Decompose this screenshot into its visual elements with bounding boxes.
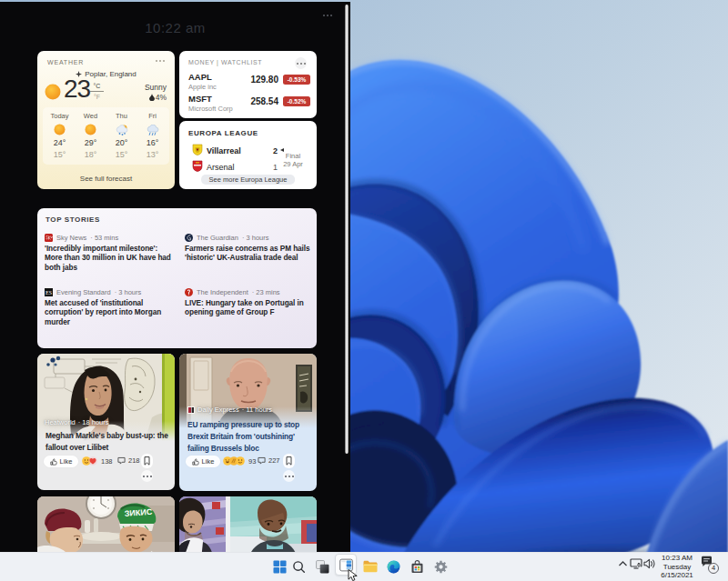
winner-marker-icon: [280, 148, 284, 152]
store-button[interactable]: [406, 556, 428, 577]
sleet-cloud-glyph: [116, 125, 128, 135]
reaction-emojis[interactable]: 138: [82, 456, 113, 466]
raindrop-icon: [149, 94, 155, 101]
weather-more-icon[interactable]: [156, 60, 165, 62]
story-headline[interactable]: LIVE: Hungary take on Portugal in openin…: [185, 299, 317, 318]
widgets-panel-clock: 10:22 am: [0, 20, 350, 35]
desktop-screen: 10:22 am WEATHER Poplar, England 23 °C °…: [0, 0, 728, 581]
story-headline[interactable]: 'Incredibly important milestone': More t…: [45, 245, 177, 273]
widgets-panel-more-icon[interactable]: [323, 15, 332, 16]
stock-change-badge: -0.53%: [283, 75, 310, 85]
forecast-low: 13°: [136, 150, 168, 159]
comment-count: 218: [128, 456, 140, 465]
story-headline[interactable]: Met accused of 'institutional corruption…: [45, 299, 177, 327]
story-source-row: Sky News · 53 mins: [45, 234, 177, 242]
weather-title: WEATHER: [47, 59, 84, 65]
search-button[interactable]: [288, 556, 309, 577]
file-explorer-button[interactable]: [359, 556, 381, 577]
weather-unit-toggle[interactable]: °C °F: [90, 83, 104, 100]
stock-symbol[interactable]: MSFT: [188, 94, 212, 104]
bookmark-icon: [286, 456, 292, 466]
network-icon: [630, 558, 642, 569]
story-time: · 3 hours: [115, 288, 142, 296]
news-photo-two-kids: ЗИКИС: [37, 496, 175, 552]
money-title: MONEY | WATCHLIST: [188, 59, 262, 65]
file-explorer-folder-icon: [363, 560, 378, 573]
tray-chevron-up-icon[interactable]: [615, 556, 630, 571]
forecast-day-fri[interactable]: Fri 16° 13°: [136, 107, 168, 159]
match-date: 29 Apr: [277, 161, 309, 169]
europa-league-widget[interactable]: EUROPA LEAGUE Villarreal 2 Final 29 Apr …: [179, 121, 317, 189]
story-source: Evening Standard: [56, 288, 111, 296]
stock-company: Apple inc: [188, 83, 217, 91]
story-headline[interactable]: Farmers raise concerns as PM hails 'hist…: [185, 245, 317, 264]
celsius-toggle[interactable]: °C: [90, 83, 104, 92]
story-item[interactable]: ES Evening Standard · 3 hours Met accuse…: [45, 288, 177, 327]
news-card-daily-express[interactable]: Daily Express · 11 hours EU ramping pres…: [179, 354, 317, 491]
reaction-emojis[interactable]: 93: [223, 456, 256, 466]
thumbs-up-icon: [50, 458, 57, 466]
stock-company: Microsoft Corp: [188, 105, 233, 113]
bookmark-button[interactable]: [283, 454, 295, 468]
comment-icon: [117, 456, 126, 465]
news-source[interactable]: Heatworld: [45, 418, 76, 426]
weather-widget[interactable]: WEATHER Poplar, England 23 °C °F Sunny 4…: [37, 51, 175, 189]
forecast-day-label: Today: [44, 112, 76, 120]
notification-center-button[interactable]: 4: [701, 555, 721, 575]
tray-clock[interactable]: 10:23 AM Tuesday 6/15/2021: [654, 554, 700, 580]
tray-day: Tuesday: [654, 563, 700, 572]
like-label: Like: [202, 457, 215, 466]
task-view-button[interactable]: [311, 556, 333, 577]
weather-forecast-strip: Today 24° 15° Wed 29° 18° Thu: [43, 107, 169, 165]
bookmark-button[interactable]: [141, 454, 153, 468]
microsoft-store-icon: [410, 560, 424, 574]
story-item[interactable]: The Guardian · 3 hours Farmers raise con…: [185, 234, 317, 264]
heart-emoji-icon: [88, 456, 97, 466]
like-button[interactable]: Like: [186, 456, 220, 467]
tray-network-icon[interactable]: [629, 556, 643, 571]
sleet-cloud-icon: [106, 123, 137, 136]
news-photo-arteta-henry: [179, 496, 317, 552]
fahrenheit-toggle[interactable]: °F: [90, 92, 104, 100]
comments[interactable]: 218: [117, 456, 140, 465]
forecast-day-wed[interactable]: Wed 29° 18°: [75, 107, 106, 159]
top-stories-widget[interactable]: TOP STORIES Sky News · 53 mins 'Incredib…: [37, 208, 317, 348]
guardian-logo-icon: [185, 234, 193, 242]
news-photo-bald-man: [179, 354, 317, 428]
weather-precipitation: 4%: [149, 93, 167, 102]
news-more-icon[interactable]: [283, 470, 295, 482]
news-time: · 18 hours: [78, 418, 109, 426]
like-button[interactable]: Like: [44, 456, 78, 467]
news-source[interactable]: Daily Express: [197, 406, 239, 414]
forecast-day-label: Thu: [106, 112, 137, 120]
news-card-kids[interactable]: ЗИКИС: [37, 496, 175, 552]
forecast-day-today[interactable]: Today 24° 15°: [44, 107, 76, 159]
story-item[interactable]: Sky News · 53 mins 'Incredibly important…: [45, 234, 177, 273]
news-card-meghan[interactable]: Heatworld · 18 hours Meghan Markle's bab…: [37, 354, 175, 490]
reaction-count: 138: [101, 457, 113, 466]
evening-standard-logo-icon: ES: [45, 288, 53, 296]
news-more-icon[interactable]: [141, 470, 153, 482]
money-watchlist-widget[interactable]: MONEY | WATCHLIST AAPL Apple inc 129.80 …: [179, 51, 317, 118]
money-more-icon[interactable]: [295, 57, 307, 69]
forecast-day-thu[interactable]: Thu 20° 15°: [106, 107, 137, 159]
stock-symbol[interactable]: AAPL: [188, 72, 212, 82]
svg-text:ES: ES: [46, 290, 52, 296]
news-headline[interactable]: Meghan Markle's baby bust-up: the fallou…: [46, 430, 168, 454]
story-source-row: ES Evening Standard · 3 hours: [45, 288, 177, 296]
comments[interactable]: 227: [258, 456, 280, 465]
weather-precipitation-value: 4%: [156, 93, 167, 102]
widgets-panel: 10:22 am WEATHER Poplar, England 23 °C °…: [0, 2, 350, 552]
see-more-europa-league-button[interactable]: See more Europa League: [201, 175, 296, 185]
forecast-low: 18°: [75, 150, 106, 159]
sky-news-logo-icon: [45, 234, 53, 242]
see-full-forecast-link[interactable]: See full forecast: [37, 175, 175, 183]
story-item[interactable]: The Independent · 23 mins LIVE: Hungary …: [185, 288, 317, 318]
news-headline[interactable]: EU ramping pressure up to stop Brexit Br…: [187, 419, 299, 455]
ellipsis-dots: [283, 470, 295, 482]
widgets-panel-scrollbar[interactable]: [345, 5, 349, 454]
stock-price: 258.54: [234, 96, 278, 106]
edge-button[interactable]: [382, 556, 404, 577]
news-card-football[interactable]: [179, 496, 317, 552]
settings-button[interactable]: [430, 556, 451, 577]
